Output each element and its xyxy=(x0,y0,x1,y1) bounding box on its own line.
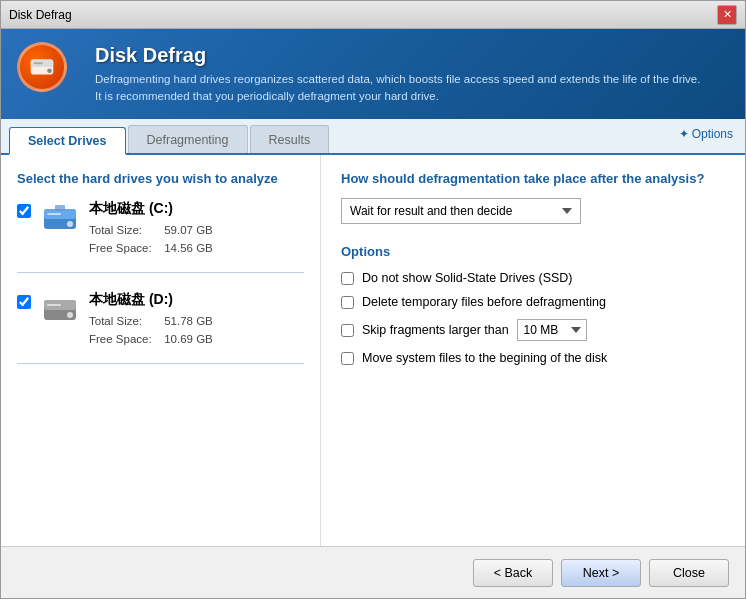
drive-d-info: 本地磁盘 (D:) Total Size: 51.78 GB Free Spac… xyxy=(89,291,213,349)
drive-d-name: 本地磁盘 (D:) xyxy=(89,291,213,309)
app-icon xyxy=(17,42,81,106)
header-subtitle: Defragmenting hard drives reorganizes sc… xyxy=(95,71,700,103)
back-button[interactable]: < Back xyxy=(473,559,553,587)
defrag-question: How should defragmentation take place af… xyxy=(341,171,725,186)
drive-c-checkbox[interactable] xyxy=(17,204,31,218)
app-icon-circle xyxy=(17,42,67,92)
header-title: Disk Defrag xyxy=(95,44,700,67)
defrag-mode-row: Wait for result and then decide Defragme… xyxy=(341,198,725,224)
options-link[interactable]: ✦ Options xyxy=(679,127,733,141)
move-system-label: Move system files to the begining of the… xyxy=(362,351,607,365)
svg-point-2 xyxy=(47,68,52,73)
no-ssd-label: Do not show Solid-State Drives (SSD) xyxy=(362,271,573,285)
title-bar-text: Disk Defrag xyxy=(9,8,717,22)
svg-rect-8 xyxy=(55,205,65,211)
tabs-bar: Select Drives Defragmenting Results ✦ Op… xyxy=(1,119,745,155)
footer: < Back Next > Close xyxy=(1,546,745,598)
drive-item-c: 本地磁盘 (C:) Total Size: 59.07 GB Free Spac… xyxy=(17,200,304,273)
drive-c-info: 本地磁盘 (C:) Total Size: 59.07 GB Free Spac… xyxy=(89,200,213,258)
delete-temp-row: Delete temporary files before defragment… xyxy=(341,295,725,309)
svg-rect-3 xyxy=(34,62,43,64)
close-button[interactable]: Close xyxy=(649,559,729,587)
gear-icon: ✦ xyxy=(679,127,689,141)
drive-c-icon xyxy=(41,200,79,238)
tab-defragmenting[interactable]: Defragmenting xyxy=(128,125,248,153)
skip-fragments-checkbox[interactable] xyxy=(341,324,354,337)
skip-fragments-label: Skip fragments larger than xyxy=(362,323,509,337)
right-panel: How should defragmentation take place af… xyxy=(321,155,745,546)
tab-results[interactable]: Results xyxy=(250,125,330,153)
delete-temp-checkbox[interactable] xyxy=(341,296,354,309)
close-window-button[interactable]: ✕ xyxy=(717,5,737,25)
drive-d-icon xyxy=(41,291,79,329)
left-panel: Select the hard drives you wish to analy… xyxy=(1,155,321,546)
skip-fragments-row: Skip fragments larger than 10 MB 50 MB 1… xyxy=(341,319,725,341)
drive-c-name: 本地磁盘 (C:) xyxy=(89,200,213,218)
defrag-mode-dropdown[interactable]: Wait for result and then decide Defragme… xyxy=(341,198,581,224)
svg-point-11 xyxy=(67,312,73,318)
header-content: Disk Defrag Defragmenting hard drives re… xyxy=(95,44,700,103)
app-window: Disk Defrag ✕ Disk Defrag Defragmenting … xyxy=(0,0,746,599)
main-content: Select the hard drives you wish to analy… xyxy=(1,155,745,546)
svg-rect-7 xyxy=(47,213,61,215)
app-header: Disk Defrag Defragmenting hard drives re… xyxy=(1,29,745,119)
skip-fragments-size-dropdown[interactable]: 10 MB 50 MB 100 MB 500 MB xyxy=(517,319,587,341)
options-section-title: Options xyxy=(341,244,725,259)
move-system-row: Move system files to the begining of the… xyxy=(341,351,725,365)
drive-c-stats: Total Size: 59.07 GB Free Space: 14.56 G… xyxy=(89,221,213,258)
left-panel-title: Select the hard drives you wish to analy… xyxy=(17,171,304,186)
next-button[interactable]: Next > xyxy=(561,559,641,587)
title-bar: Disk Defrag ✕ xyxy=(1,1,745,29)
drive-d-stats: Total Size: 51.78 GB Free Space: 10.69 G… xyxy=(89,312,213,349)
svg-rect-12 xyxy=(47,304,61,306)
drive-d-checkbox[interactable] xyxy=(17,295,31,309)
drive-item-d: 本地磁盘 (D:) Total Size: 51.78 GB Free Spac… xyxy=(17,291,304,364)
move-system-checkbox[interactable] xyxy=(341,352,354,365)
svg-point-6 xyxy=(67,221,73,227)
tab-select-drives[interactable]: Select Drives xyxy=(9,127,126,155)
no-ssd-checkbox[interactable] xyxy=(341,272,354,285)
no-ssd-row: Do not show Solid-State Drives (SSD) xyxy=(341,271,725,285)
delete-temp-label: Delete temporary files before defragment… xyxy=(362,295,606,309)
